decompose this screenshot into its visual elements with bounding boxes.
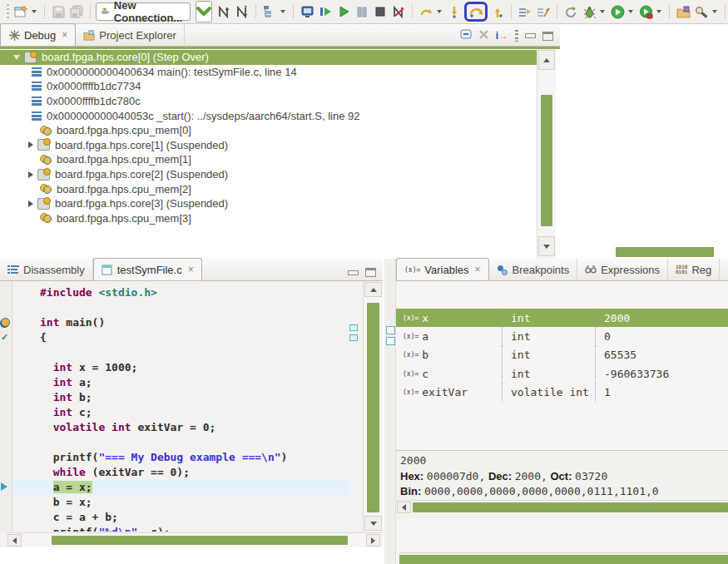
code-line[interactable] [12,435,350,450]
code-line[interactable]: printf("=== My Debug example ===\n") [12,450,350,465]
view-menu-icon[interactable] [515,30,518,42]
variable-row[interactable]: (x)=cint-960633736 [396,364,728,383]
debug-tree-item[interactable]: 0x0000ffffb1dc7734 [0,79,537,94]
save-icon[interactable] [50,2,67,21]
remove-terminated-icon[interactable] [478,29,489,42]
n-arrow-icon-1[interactable] [215,2,232,21]
debug-tree-item[interactable]: board.fpga.hps.core[1] (Suspended) [0,138,537,153]
reset-icon[interactable] [562,2,579,21]
step-over-icon[interactable] [468,2,484,21]
debug-tree-item[interactable]: board.fpga.hps.cpu_mem[2] [0,181,537,196]
suspend-icon[interactable] [354,2,370,21]
debug-tree-item[interactable]: board.fpga.hps.cpu_mem[1] [0,152,537,167]
code-line[interactable]: int x = 1000; [12,360,350,375]
check-marker[interactable]: ✓ [1,333,8,342]
debug-tree-item[interactable]: 0x0000000000400634 main(): testSymFile.c… [0,65,537,80]
code-line[interactable]: int main() [12,315,350,330]
variable-row[interactable]: (x)=aint0 [396,327,728,345]
tab-debug[interactable]: Debug × [0,23,76,46]
debug-bug-icon[interactable] [581,2,597,21]
code-line[interactable]: int c; [12,405,350,420]
console-icon[interactable] [299,2,315,21]
profile-icon[interactable] [637,2,654,21]
save-all-icon[interactable] [68,2,85,21]
tab-variables[interactable]: (x)= Variables × [396,258,489,280]
code-line[interactable]: c = a + b; [12,510,350,525]
code-line[interactable] [12,300,350,315]
open-perspective-icon[interactable] [675,2,691,21]
step-return-icon[interactable] [489,2,506,21]
code-line[interactable]: volatile int exitVar = 0; [12,420,350,435]
debug-tree-item[interactable]: 0x0000ffffb1dc780c [0,94,537,109]
collapsed-arrow-icon[interactable] [28,171,33,178]
search-dropdown[interactable] [712,10,717,13]
profile-dropdown[interactable] [656,10,661,13]
tab-testsymfile-close-icon[interactable]: × [188,264,194,275]
debug-scroll-thumb[interactable] [541,95,552,226]
run-icon[interactable] [609,2,626,21]
tab-registers[interactable]: 1010 0101 Reg [668,259,720,280]
variable-row[interactable]: (x)=xint2000 [396,309,728,327]
tab-breakpoints[interactable]: Breakpoints [489,259,578,280]
code-line[interactable]: while (exitVar == 0); [12,465,350,480]
code-line[interactable]: { [12,330,350,345]
search-icon[interactable] [693,2,710,21]
debug-dropdown[interactable] [600,10,605,13]
editor-vertical-scrollbar[interactable] [363,281,383,532]
tab-testsymfile[interactable]: testSymFile.c × [93,258,202,280]
disconnect-icon[interactable] [390,2,407,21]
detail-hscroll-thumb[interactable] [413,502,728,512]
tab-variables-close-icon[interactable]: × [475,264,481,275]
new-wizard-icon[interactable] [12,2,29,21]
variables-hscroll-thumb[interactable] [399,555,728,564]
tab-debug-close-icon[interactable]: × [62,29,67,41]
debug-tree-item[interactable]: board.fpga.hps.cpu_mem[0] [0,123,537,138]
editor-gutter[interactable]: ✓ [0,281,12,532]
source-code[interactable]: #include <stdio.h>int main(){ int x = 10… [12,281,350,532]
step-mode-icon[interactable] [418,2,434,21]
source-step-mode-icon[interactable] [517,2,533,21]
code-editor[interactable]: ✓ #include <stdio.h>int main(){ int x = … [0,281,383,532]
debug-tree-item[interactable]: board.fpga.hps.core[2] (Suspended) [0,167,537,182]
debug-tree-item[interactable]: board.fpga.hps.core[0] (Step Over) [0,50,537,65]
launch-marker[interactable] [1,318,10,327]
collapsed-arrow-icon[interactable] [28,141,33,148]
instruction-step-mode-icon[interactable] [535,2,552,21]
code-line[interactable]: #include <stdio.h> [12,285,350,300]
debug-tree-item[interactable]: 0x000000000040053c _start(): ../sysdeps/… [0,108,537,123]
run-dropdown[interactable] [628,10,633,13]
tab-disassembly[interactable]: Disassembly [0,259,93,280]
code-line[interactable]: int a; [12,375,350,390]
debug-hierarchy-dropdown[interactable] [280,10,285,13]
editor-hscroll-thumb[interactable] [52,536,348,545]
debug-tree-item[interactable]: board.fpga.hps.core[3] (Suspended) [0,196,537,211]
tab-expressions[interactable]: Expressions [577,259,668,280]
editor-horizontal-scrollbar[interactable] [7,532,381,547]
editor-scroll-thumb[interactable] [367,303,379,512]
debug-tree-item[interactable]: board.fpga.hps.cpu_mem[3] [0,211,537,226]
terminate-icon[interactable] [372,2,389,21]
variable-row[interactable]: (x)=bint65535 [396,346,728,364]
debug-vertical-scrollbar[interactable] [537,49,556,259]
debug-hierarchy-icon[interactable] [261,2,278,21]
expanded-arrow-icon[interactable] [13,55,20,60]
minimized-view-icon[interactable] [386,326,395,334]
info-arrow-icon[interactable]: i→ [496,30,508,42]
editor-minimize-icon[interactable] [348,270,359,275]
resume-icon[interactable] [335,2,352,21]
current-code-line[interactable]: a = x; [12,480,350,495]
code-line[interactable]: printf("%d\n", c); [12,525,350,532]
minimize-icon[interactable] [525,33,536,38]
code-line[interactable] [12,345,350,360]
editor-maximize-icon[interactable] [365,268,376,277]
collapse-all-icon[interactable] [460,29,472,42]
connection-confirm-button[interactable] [196,1,212,22]
variable-row[interactable]: (x)=exitVarvolatile int1 [396,383,728,402]
tab-project-explorer[interactable]: Project Explorer [76,24,184,46]
minimized-view-icon[interactable] [386,337,395,345]
n-arrow-icon-2[interactable] [234,2,250,21]
step-mode-dropdown[interactable] [437,10,442,13]
step-into-icon[interactable] [446,2,463,21]
connection-combo[interactable]: New Connection... [96,2,191,21]
horizontal-scrollbar-thumb[interactable] [616,247,714,257]
